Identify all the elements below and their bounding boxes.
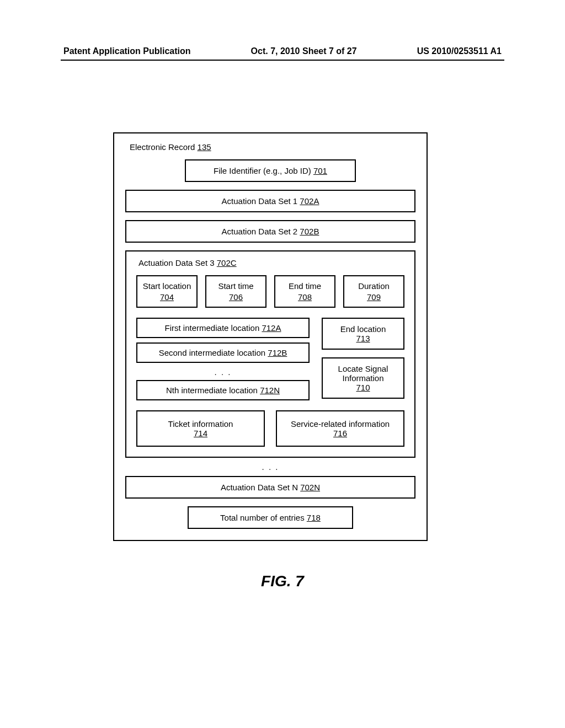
actuation-set-n: Actuation Data Set N 702N [125, 476, 415, 499]
start-time: Start time 706 [205, 275, 266, 308]
actuation-set-3-text: Actuation Data Set 3 [138, 258, 215, 267]
file-identifier-ref: 701 [313, 166, 327, 175]
record-title-ref: 135 [198, 142, 211, 152]
second-intermediate-ref: 712B [268, 348, 287, 357]
end-time-ref: 708 [298, 292, 312, 302]
nth-intermediate-text: Nth intermediate location [166, 386, 258, 395]
duration: Duration 709 [343, 275, 404, 308]
service-related-information: Service-related information 716 [276, 410, 404, 447]
end-location: End location 713 [322, 318, 404, 350]
service-ref: 716 [333, 429, 347, 438]
start-time-ref: 706 [229, 292, 243, 302]
duration-ref: 709 [367, 292, 381, 302]
start-location-ref: 704 [160, 292, 174, 302]
start-location-text: Start location [143, 281, 191, 291]
first-intermediate-text: First intermediate location [165, 323, 260, 333]
ticket-information: Ticket information 714 [136, 410, 265, 447]
locate-signal-text: Locate Signal Information [338, 364, 388, 383]
end-location-ref: 713 [356, 334, 370, 343]
actuation-set-n-ref: 702N [300, 483, 320, 492]
file-identifier-text: File Identifier (e.g., Job ID) [214, 166, 311, 175]
end-time: End time 708 [274, 275, 335, 308]
header-rule [61, 60, 504, 61]
ticket-ref: 714 [194, 429, 207, 438]
figure-label: FIG. 7 [0, 572, 565, 590]
record-title-text: Electronic Record [130, 142, 195, 152]
nth-intermediate-ref: 712N [260, 386, 280, 395]
header-right: US 2010/0253511 A1 [417, 46, 502, 56]
locate-signal-ref: 710 [356, 383, 370, 392]
header-left: Patent Application Publication [63, 46, 191, 56]
locate-signal-information: Locate Signal Information 710 [322, 357, 404, 399]
total-entries-text: Total number of entries [220, 513, 305, 522]
record-title: Electronic Record 135 [130, 142, 415, 152]
between-dots: . . . [125, 462, 415, 472]
electronic-record: Electronic Record 135 File Identifier (e… [113, 132, 428, 541]
second-intermediate-text: Second intermediate location [159, 348, 265, 357]
actuation-set-2: Actuation Data Set 2 702B [125, 220, 415, 243]
start-location: Start location 704 [136, 275, 198, 308]
second-intermediate-location: Second intermediate location 712B [136, 342, 310, 363]
first-intermediate-location: First intermediate location 712A [136, 318, 310, 338]
ticket-text: Ticket information [168, 419, 233, 429]
actuation-set-3-ref: 702C [217, 258, 237, 267]
header-middle: Oct. 7, 2010 Sheet 7 of 27 [191, 46, 417, 56]
file-identifier: File Identifier (e.g., Job ID) 701 [185, 159, 356, 182]
nth-intermediate-location: Nth intermediate location 712N [136, 380, 310, 400]
end-location-text: End location [340, 324, 386, 334]
actuation-set-1-ref: 702A [300, 196, 319, 206]
actuation-set-1: Actuation Data Set 1 702A [125, 190, 415, 212]
total-entries: Total number of entries 718 [188, 506, 353, 529]
service-text: Service-related information [291, 419, 390, 429]
intermediate-dots: . . . [136, 367, 310, 377]
actuation-set-2-text: Actuation Data Set 2 [222, 227, 298, 236]
actuation-set-n-text: Actuation Data Set N [221, 483, 298, 492]
actuation-set-2-ref: 702B [300, 227, 319, 236]
actuation-set-1-text: Actuation Data Set 1 [222, 196, 298, 206]
total-entries-ref: 718 [307, 513, 321, 522]
actuation-set-3: Actuation Data Set 3 702C Start location… [125, 250, 415, 458]
duration-text: Duration [358, 281, 390, 291]
first-intermediate-ref: 712A [262, 323, 281, 333]
actuation-set-3-title: Actuation Data Set 3 702C [138, 258, 404, 267]
end-time-text: End time [289, 281, 321, 291]
start-time-text: Start time [218, 281, 253, 291]
